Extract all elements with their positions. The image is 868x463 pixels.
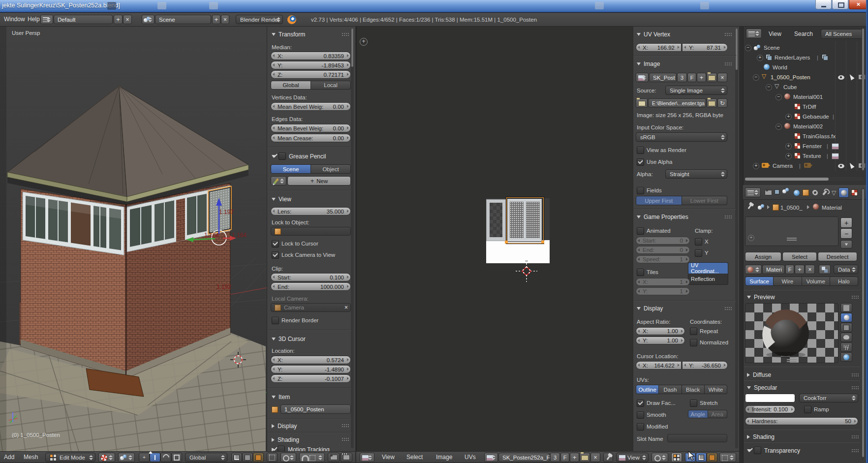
panel-image-header[interactable]: Image xyxy=(637,60,660,67)
panel-transform-header[interactable]: Transform xyxy=(272,31,305,38)
preview-cube-button[interactable] xyxy=(840,323,852,332)
fields-checkbox[interactable] xyxy=(637,187,644,194)
tab-modifiers[interactable] xyxy=(820,188,829,197)
proportional-edit-dropdown[interactable] xyxy=(280,453,296,462)
expand-icon[interactable] xyxy=(753,74,759,81)
tiles-checkbox[interactable] xyxy=(637,269,644,276)
properties-scrollbar[interactable] xyxy=(862,188,865,460)
visibility-icon[interactable] xyxy=(837,163,845,169)
expand-icon[interactable] xyxy=(775,123,782,130)
close-button[interactable]: × xyxy=(849,0,868,9)
panel-diffuse-header[interactable]: Diffuse xyxy=(747,371,771,378)
specular-intensity-slider[interactable]: Intensit:0.100 xyxy=(745,405,795,413)
rotate-manipulator-button[interactable] xyxy=(160,453,171,462)
list-resize-grip[interactable] xyxy=(787,238,797,239)
tab-texture[interactable] xyxy=(850,188,859,197)
view-as-render-checkbox[interactable] xyxy=(637,147,644,154)
outliner-menu-search[interactable]: Search xyxy=(794,31,813,37)
lock-camera-checkbox[interactable] xyxy=(272,251,279,259)
material-unlink-button[interactable] xyxy=(805,265,815,274)
cursor-y-field-uv[interactable]: Y:-36.650 xyxy=(682,361,728,370)
mean-crease-field[interactable]: Mean Crease:0.00 xyxy=(271,134,351,142)
snap-dropdown[interactable] xyxy=(299,453,325,462)
scene-field[interactable]: Scene xyxy=(155,15,211,24)
tab-scene[interactable] xyxy=(782,188,792,197)
lock-to-cursor-checkbox[interactable] xyxy=(272,240,279,247)
select-button[interactable]: Select xyxy=(782,252,817,261)
expand-icon[interactable] xyxy=(785,114,792,120)
uv-vertex-y-field[interactable]: Y:87.31 xyxy=(682,43,728,52)
outliner-scrollbar[interactable] xyxy=(862,29,865,172)
preview-monkey-button[interactable] xyxy=(840,333,852,342)
image-browse-dropdown[interactable] xyxy=(636,73,649,82)
breadcrumb-object[interactable]: 1_0500_ xyxy=(780,205,803,211)
hardness-field[interactable]: Hardness:50 xyxy=(745,417,858,425)
local-camera-field[interactable]: Camera xyxy=(271,303,351,312)
filepath-field[interactable]: E:\Blender\...enster.tga xyxy=(648,98,706,108)
expand-icon[interactable] xyxy=(757,55,763,61)
uv-edge-select-button[interactable] xyxy=(696,453,707,462)
panel-uv-vertex-header[interactable]: UV Vertex xyxy=(637,31,670,38)
uv-sync-select-button[interactable] xyxy=(671,453,682,462)
tab-object-data[interactable] xyxy=(829,188,838,197)
filepath-pack-button[interactable] xyxy=(636,98,648,108)
anim-end-field[interactable]: End:0 xyxy=(636,246,690,254)
filepath-browse-button[interactable] xyxy=(707,98,717,108)
preview-world-button[interactable] xyxy=(840,352,852,362)
smooth-checkbox[interactable] xyxy=(637,411,644,419)
surface-button[interactable]: Surface xyxy=(745,277,774,286)
screen-layout-field[interactable]: Default xyxy=(54,15,113,24)
image-open-button[interactable] xyxy=(707,73,717,82)
modified-checkbox[interactable] xyxy=(637,423,644,431)
material-new-button[interactable] xyxy=(795,265,805,274)
material-name-field[interactable]: Materi xyxy=(762,265,785,274)
material-link-dropdown[interactable]: Data xyxy=(834,265,858,274)
expand-icon[interactable] xyxy=(766,84,772,91)
image-users-button[interactable]: 3 xyxy=(677,73,687,82)
edge-select-button[interactable] xyxy=(242,453,253,462)
repeat-checkbox[interactable] xyxy=(690,328,697,335)
uv-menu-uvs[interactable]: UVs xyxy=(465,454,476,461)
panel-game-properties-header[interactable]: Game Properties xyxy=(637,213,688,220)
cursor-x-field-uv[interactable]: X:164.622 xyxy=(636,361,682,370)
panel-preview-header[interactable]: Preview xyxy=(747,293,775,301)
local-button[interactable]: Local xyxy=(311,81,351,90)
uv-outline-button[interactable]: Outline xyxy=(636,385,659,394)
slot-specials-dropdown[interactable] xyxy=(840,240,852,248)
pivot-dropdown[interactable] xyxy=(118,453,135,462)
scene-add-button[interactable] xyxy=(212,15,220,24)
screen-layout-icon-button[interactable] xyxy=(40,15,53,24)
opengl-render-button[interactable] xyxy=(328,453,340,462)
expand-icon[interactable] xyxy=(785,153,792,159)
median-z-field[interactable]: Z:0.72171 xyxy=(271,70,351,79)
median-x-field[interactable]: X:0.83359 xyxy=(271,52,351,60)
panel-view-header[interactable]: View xyxy=(272,195,291,203)
material-fake-user-button[interactable]: F xyxy=(785,265,794,274)
volume-button[interactable]: Volume xyxy=(802,277,830,286)
upper-first-button[interactable]: Upper First xyxy=(636,196,682,205)
opengl-render-anim-button[interactable] xyxy=(341,453,352,462)
tab-object[interactable] xyxy=(801,188,810,197)
normalized-checkbox[interactable] xyxy=(690,339,697,346)
uv-white-button[interactable]: White xyxy=(705,385,727,394)
breadcrumb-pin-button[interactable] xyxy=(745,203,755,212)
tab-render[interactable] xyxy=(764,188,773,197)
source-dropdown[interactable]: Single Image xyxy=(665,86,727,95)
uv-image-browse-dropdown[interactable] xyxy=(484,453,498,462)
use-alpha-checkbox[interactable] xyxy=(637,158,644,166)
mode-dropdown[interactable]: Edit Mode xyxy=(45,453,95,462)
n-panel-uv-scrollbar[interactable] xyxy=(735,29,738,448)
scale-manipulator-button[interactable] xyxy=(171,453,182,462)
tiles-x-field[interactable]: X:1 xyxy=(636,278,690,286)
uv-vertex-x-field[interactable]: X:166.92 xyxy=(636,43,682,52)
grease-object-button[interactable]: Object xyxy=(311,164,351,174)
assign-button[interactable]: Assign xyxy=(745,252,781,261)
orientation-dropdown[interactable]: Global xyxy=(185,453,227,462)
anim-speed-field[interactable]: Speed:1 xyxy=(636,255,690,263)
draw-faces-checkbox[interactable] xyxy=(637,400,644,407)
uv-editor-type-dropdown[interactable] xyxy=(360,453,374,462)
uv-image-new-button[interactable] xyxy=(570,453,579,462)
n-panel-3d-scrollbar[interactable] xyxy=(351,29,354,448)
clamp-y-checkbox[interactable] xyxy=(695,249,702,257)
expand-icon[interactable] xyxy=(785,143,792,150)
